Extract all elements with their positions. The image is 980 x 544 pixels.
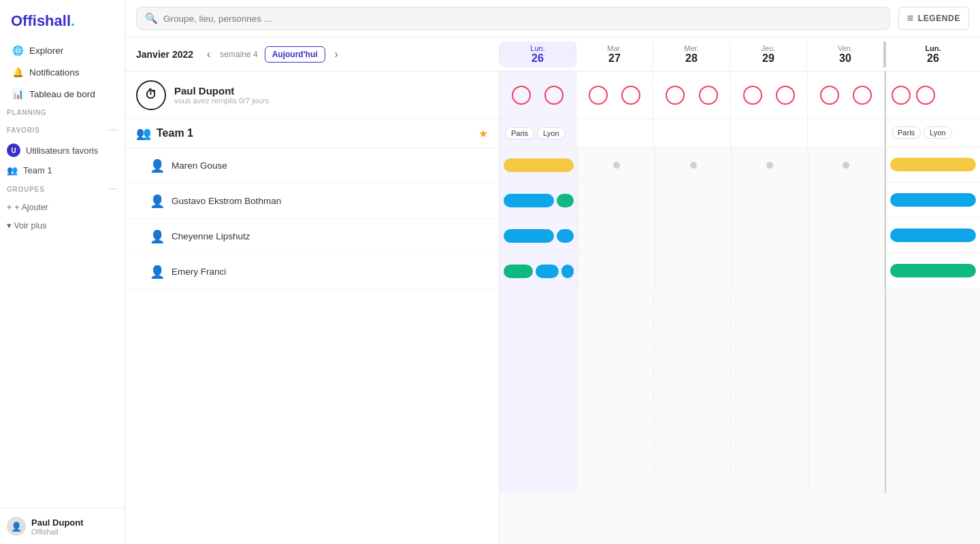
cal-day-mar27: Mar. 27 bbox=[576, 41, 653, 67]
status-circle bbox=[743, 86, 762, 105]
search-input[interactable] bbox=[163, 14, 881, 24]
emery-cell-today bbox=[500, 254, 578, 288]
prev-week-button[interactable]: ‹ bbox=[204, 47, 213, 62]
star-icon: ★ bbox=[478, 127, 488, 140]
extra-team-tags: Paris Lyon bbox=[885, 119, 980, 147]
paul-sub: vous avez remplis 0/7 jours bbox=[174, 97, 269, 105]
emery-bar-blue2 bbox=[561, 265, 574, 278]
cheyenne-cell-mar bbox=[578, 218, 655, 253]
ajouter-label: + Ajouter bbox=[14, 203, 48, 212]
favoris-section: FAVORIS ··· bbox=[0, 120, 125, 139]
status-circle bbox=[892, 86, 911, 105]
circle-cell-mar bbox=[576, 71, 653, 118]
cheyenne-bar-blue2 bbox=[557, 229, 574, 243]
status-circle bbox=[589, 86, 608, 105]
legende-button[interactable]: ≡ LEGENDE bbox=[898, 7, 969, 30]
avatar: U bbox=[7, 143, 20, 157]
sidebar-item-label: Tableau de bord bbox=[29, 89, 95, 99]
person-icon: 👤 bbox=[150, 194, 165, 209]
day-num: 26 bbox=[532, 52, 544, 65]
voir-plus-button[interactable]: ▾ Voir plus bbox=[7, 220, 46, 231]
maren-bar-yellow bbox=[504, 158, 574, 172]
cal-days-header: Lun. 26 Mar. 27 Mer. 28 Jeu. 29 Ven. 30 bbox=[500, 41, 885, 67]
team1-header-row[interactable]: 👥 Team 1 ★ bbox=[125, 119, 499, 148]
footer-user-name: Paul Dupont bbox=[31, 517, 84, 528]
paul-avatar: ⏱ bbox=[136, 80, 166, 110]
gustavo-cell-jeu bbox=[732, 183, 808, 218]
person-row-emery[interactable]: 👤 Emery Franci bbox=[125, 254, 499, 290]
sidebar-item-tableau[interactable]: 📊 Tableau de bord bbox=[5, 83, 119, 105]
emery-cell-jeu bbox=[732, 254, 808, 288]
today-button[interactable]: Aujourd'hui bbox=[265, 46, 325, 63]
sidebar-item-explorer[interactable]: 🌐 Explorer bbox=[5, 39, 119, 61]
team-group-icon: 👥 bbox=[136, 126, 151, 141]
gustavo-cell-ven bbox=[808, 183, 885, 218]
main-area: 🔍 ≡ LEGENDE Janvier 2022 ‹ semaine 4 Auj… bbox=[125, 0, 980, 544]
extra-day-num: 26 bbox=[927, 52, 939, 65]
circle-cell-ven bbox=[808, 71, 885, 118]
extra-paul-circles bbox=[885, 71, 980, 118]
dot-indicator bbox=[690, 162, 697, 169]
day-num: 28 bbox=[685, 52, 698, 65]
legende-list-icon: ≡ bbox=[907, 12, 914, 24]
person-panel: ⏱ Paul Dupont vous avez remplis 0/7 jour… bbox=[125, 71, 500, 544]
cheyenne-grid-row bbox=[500, 218, 980, 254]
empty-extra-col bbox=[885, 289, 980, 493]
maren-grid-row bbox=[500, 148, 980, 183]
emery-cell-mer bbox=[655, 254, 732, 288]
paul-name: Paul Dupont bbox=[174, 85, 269, 97]
voir-plus-action: ▾ Voir plus bbox=[0, 216, 125, 235]
paul-dupont-row[interactable]: ⏱ Paul Dupont vous avez remplis 0/7 jour… bbox=[125, 71, 499, 119]
cheyenne-extra bbox=[885, 218, 980, 253]
plus-icon: + bbox=[7, 203, 12, 212]
cheyenne-cell-today bbox=[500, 218, 578, 253]
cal-day-lun26: Lun. 26 bbox=[500, 41, 576, 67]
maren-bar-yellow-extra bbox=[890, 158, 976, 171]
gustavo-cell-mar bbox=[578, 183, 655, 218]
content-area: ⏱ Paul Dupont vous avez remplis 0/7 jour… bbox=[125, 71, 980, 544]
person-row-cheyenne[interactable]: 👤 Cheyenne Lipshutz bbox=[125, 219, 499, 254]
person-icon: 👤 bbox=[150, 265, 165, 279]
legende-label: LEGENDE bbox=[918, 14, 960, 23]
day-label: Mar. bbox=[607, 44, 621, 52]
emery-bar-blue bbox=[536, 265, 559, 278]
gustavo-bar-blue-extra bbox=[890, 193, 976, 207]
day-label: Mer. bbox=[684, 44, 698, 52]
paul-info: Paul Dupont vous avez remplis 0/7 jours bbox=[174, 85, 269, 105]
groupes-section: GROUPES ··· bbox=[0, 180, 125, 199]
groupes-label: GROUPES bbox=[7, 186, 45, 193]
sidebar-item-notifications[interactable]: 🔔 Notifications bbox=[5, 61, 119, 83]
sidebar-item-team1[interactable]: 👥 Team 1 bbox=[0, 161, 125, 180]
groupes-menu-button[interactable]: ··· bbox=[109, 184, 118, 194]
empty-col bbox=[576, 289, 653, 493]
day-num: 27 bbox=[608, 52, 621, 65]
status-circle bbox=[699, 86, 718, 105]
clock-symbol: ⏱ bbox=[145, 88, 157, 102]
person-row-gustavo[interactable]: 👤 Gustavo Ekstrom Bothman bbox=[125, 184, 499, 219]
sidebar-item-label: Notifications bbox=[29, 67, 80, 78]
sidebar-item-label: Explorer bbox=[29, 46, 63, 56]
cheyenne-bar-blue-extra bbox=[890, 228, 976, 242]
day-num: 30 bbox=[839, 52, 851, 65]
search-box[interactable]: 🔍 bbox=[136, 7, 890, 30]
gustavo-cell-today bbox=[500, 183, 578, 218]
group-actions: + + Ajouter bbox=[0, 199, 125, 216]
emery-cell-ven bbox=[808, 254, 885, 288]
sidebar-item-utilisateurs-favoris[interactable]: U Utilisateurs favoris bbox=[0, 139, 125, 161]
next-week-button[interactable]: › bbox=[332, 47, 341, 62]
person-row-maren[interactable]: 👤 Maren Gouse bbox=[125, 148, 499, 184]
gustavo-grid-row bbox=[500, 183, 980, 218]
sidebar-nav: 🌐 Explorer 🔔 Notifications 📊 Tableau de … bbox=[0, 39, 125, 105]
semaine-badge: semaine 4 bbox=[220, 50, 257, 59]
planning-section: PLANNING bbox=[0, 105, 125, 120]
globe-icon: 🌐 bbox=[12, 45, 24, 56]
member-name: Emery Franci bbox=[172, 267, 226, 277]
team-tag-ven bbox=[808, 119, 885, 147]
empty-col bbox=[654, 289, 731, 493]
circle-cell-mer bbox=[653, 71, 730, 118]
ajouter-button[interactable]: + + Ajouter bbox=[7, 203, 48, 212]
team-tag-jeu bbox=[731, 119, 808, 147]
sidebar-footer[interactable]: 👤 Paul Dupont Offishall bbox=[0, 508, 125, 544]
member-name: Cheyenne Lipshutz bbox=[172, 231, 250, 241]
favoris-menu-button[interactable]: ··· bbox=[109, 124, 118, 135]
